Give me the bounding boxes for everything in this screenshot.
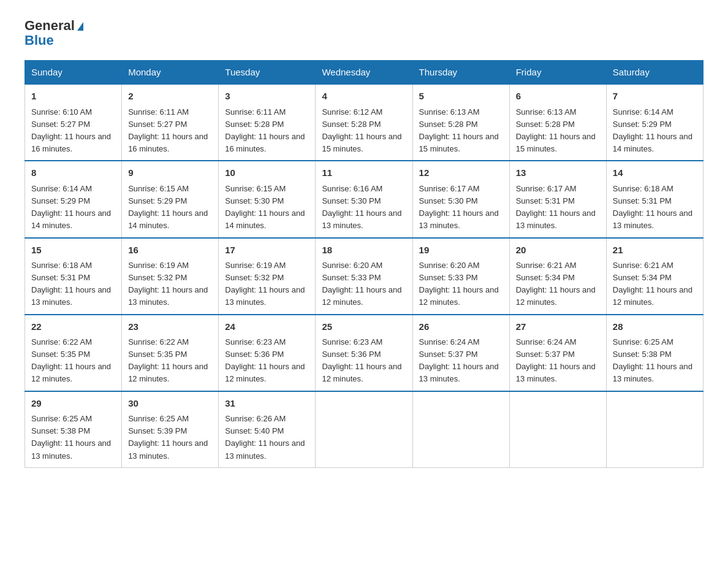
day-info: Sunrise: 6:23 AMSunset: 5:36 PMDaylight:…	[225, 336, 309, 386]
calendar-day-cell	[412, 391, 509, 468]
calendar-day-cell: 22Sunrise: 6:22 AMSunset: 5:35 PMDayligh…	[25, 315, 122, 391]
calendar-day-cell: 11Sunrise: 6:16 AMSunset: 5:30 PMDayligh…	[316, 161, 412, 237]
day-number: 2	[128, 90, 212, 104]
calendar-day-cell: 26Sunrise: 6:24 AMSunset: 5:37 PMDayligh…	[412, 315, 509, 391]
day-number: 28	[613, 320, 697, 334]
day-number: 15	[31, 243, 115, 258]
calendar-header-row: SundayMondayTuesdayWednesdayThursdayFrid…	[25, 61, 703, 85]
day-info: Sunrise: 6:24 AMSunset: 5:37 PMDaylight:…	[419, 336, 503, 386]
day-number: 31	[225, 397, 309, 411]
day-info: Sunrise: 6:21 AMSunset: 5:34 PMDaylight:…	[516, 259, 600, 309]
day-number: 17	[225, 243, 309, 258]
day-info: Sunrise: 6:16 AMSunset: 5:30 PMDaylight:…	[322, 183, 406, 232]
day-of-week-header: Thursday	[412, 61, 509, 85]
calendar-day-cell: 20Sunrise: 6:21 AMSunset: 5:34 PMDayligh…	[509, 238, 606, 315]
day-info: Sunrise: 6:26 AMSunset: 5:40 PMDaylight:…	[225, 413, 309, 462]
logo: General Blue	[25, 18, 83, 48]
day-info: Sunrise: 6:11 AMSunset: 5:28 PMDaylight:…	[225, 106, 309, 156]
day-number: 26	[419, 320, 503, 334]
day-info: Sunrise: 6:22 AMSunset: 5:35 PMDaylight:…	[128, 336, 212, 386]
calendar-day-cell: 1Sunrise: 6:10 AMSunset: 5:27 PMDaylight…	[25, 84, 122, 161]
calendar-day-cell: 23Sunrise: 6:22 AMSunset: 5:35 PMDayligh…	[122, 315, 219, 391]
calendar-week-row: 8Sunrise: 6:14 AMSunset: 5:29 PMDaylight…	[25, 161, 703, 237]
calendar-week-row: 1Sunrise: 6:10 AMSunset: 5:27 PMDaylight…	[25, 84, 703, 161]
calendar-day-cell: 30Sunrise: 6:25 AMSunset: 5:39 PMDayligh…	[122, 391, 219, 468]
day-info: Sunrise: 6:25 AMSunset: 5:38 PMDaylight:…	[613, 336, 697, 386]
day-info: Sunrise: 6:13 AMSunset: 5:28 PMDaylight:…	[419, 106, 503, 156]
calendar-day-cell: 18Sunrise: 6:20 AMSunset: 5:33 PMDayligh…	[316, 238, 412, 315]
calendar-day-cell: 15Sunrise: 6:18 AMSunset: 5:31 PMDayligh…	[25, 238, 122, 315]
day-info: Sunrise: 6:13 AMSunset: 5:28 PMDaylight:…	[516, 106, 600, 156]
calendar-day-cell: 9Sunrise: 6:15 AMSunset: 5:29 PMDaylight…	[122, 161, 219, 237]
day-of-week-header: Monday	[122, 61, 219, 85]
day-of-week-header: Saturday	[606, 61, 703, 85]
day-number: 18	[322, 243, 406, 258]
day-number: 1	[31, 90, 115, 104]
day-number: 7	[613, 90, 697, 104]
page-header: General Blue	[25, 18, 703, 48]
day-info: Sunrise: 6:20 AMSunset: 5:33 PMDaylight:…	[419, 259, 503, 309]
day-number: 5	[419, 90, 503, 104]
calendar-day-cell: 16Sunrise: 6:19 AMSunset: 5:32 PMDayligh…	[122, 238, 219, 315]
logo-triangle-icon	[77, 22, 83, 31]
day-number: 25	[322, 320, 406, 334]
calendar-day-cell	[509, 391, 606, 468]
day-info: Sunrise: 6:19 AMSunset: 5:32 PMDaylight:…	[128, 259, 212, 309]
calendar-day-cell: 25Sunrise: 6:23 AMSunset: 5:36 PMDayligh…	[316, 315, 412, 391]
day-number: 10	[225, 166, 309, 180]
day-number: 13	[516, 166, 600, 180]
day-number: 24	[225, 320, 309, 334]
calendar-day-cell: 10Sunrise: 6:15 AMSunset: 5:30 PMDayligh…	[219, 161, 316, 237]
day-info: Sunrise: 6:24 AMSunset: 5:37 PMDaylight:…	[516, 336, 600, 386]
calendar-day-cell	[606, 391, 703, 468]
day-number: 6	[516, 90, 600, 104]
calendar-day-cell: 31Sunrise: 6:26 AMSunset: 5:40 PMDayligh…	[219, 391, 316, 468]
calendar-week-row: 22Sunrise: 6:22 AMSunset: 5:35 PMDayligh…	[25, 315, 703, 391]
calendar-day-cell: 8Sunrise: 6:14 AMSunset: 5:29 PMDaylight…	[25, 161, 122, 237]
calendar-day-cell: 21Sunrise: 6:21 AMSunset: 5:34 PMDayligh…	[606, 238, 703, 315]
day-info: Sunrise: 6:15 AMSunset: 5:30 PMDaylight:…	[225, 183, 309, 232]
calendar-day-cell: 5Sunrise: 6:13 AMSunset: 5:28 PMDaylight…	[412, 84, 509, 161]
day-info: Sunrise: 6:12 AMSunset: 5:28 PMDaylight:…	[322, 106, 406, 156]
calendar-day-cell: 14Sunrise: 6:18 AMSunset: 5:31 PMDayligh…	[606, 161, 703, 237]
day-number: 20	[516, 243, 600, 258]
day-number: 16	[128, 243, 212, 258]
day-info: Sunrise: 6:18 AMSunset: 5:31 PMDaylight:…	[31, 259, 115, 309]
day-info: Sunrise: 6:23 AMSunset: 5:36 PMDaylight:…	[322, 336, 406, 386]
day-of-week-header: Tuesday	[219, 61, 316, 85]
calendar-day-cell: 24Sunrise: 6:23 AMSunset: 5:36 PMDayligh…	[219, 315, 316, 391]
day-number: 3	[225, 90, 309, 104]
day-number: 22	[31, 320, 115, 334]
calendar-day-cell: 27Sunrise: 6:24 AMSunset: 5:37 PMDayligh…	[509, 315, 606, 391]
calendar-day-cell: 28Sunrise: 6:25 AMSunset: 5:38 PMDayligh…	[606, 315, 703, 391]
day-number: 27	[516, 320, 600, 334]
calendar-table: SundayMondayTuesdayWednesdayThursdayFrid…	[25, 60, 703, 467]
day-number: 9	[128, 166, 212, 180]
day-info: Sunrise: 6:14 AMSunset: 5:29 PMDaylight:…	[31, 183, 115, 232]
day-of-week-header: Friday	[509, 61, 606, 85]
day-info: Sunrise: 6:17 AMSunset: 5:30 PMDaylight:…	[419, 183, 503, 232]
calendar-day-cell: 3Sunrise: 6:11 AMSunset: 5:28 PMDaylight…	[219, 84, 316, 161]
day-of-week-header: Wednesday	[316, 61, 412, 85]
day-number: 19	[419, 243, 503, 258]
calendar-day-cell	[316, 391, 412, 468]
calendar-week-row: 29Sunrise: 6:25 AMSunset: 5:38 PMDayligh…	[25, 391, 703, 468]
day-info: Sunrise: 6:11 AMSunset: 5:27 PMDaylight:…	[128, 106, 212, 156]
logo-blue-text: Blue	[25, 33, 83, 48]
calendar-week-row: 15Sunrise: 6:18 AMSunset: 5:31 PMDayligh…	[25, 238, 703, 315]
day-info: Sunrise: 6:25 AMSunset: 5:38 PMDaylight:…	[31, 413, 115, 462]
calendar-day-cell: 7Sunrise: 6:14 AMSunset: 5:29 PMDaylight…	[606, 84, 703, 161]
day-info: Sunrise: 6:25 AMSunset: 5:39 PMDaylight:…	[128, 413, 212, 462]
day-info: Sunrise: 6:20 AMSunset: 5:33 PMDaylight:…	[322, 259, 406, 309]
day-info: Sunrise: 6:15 AMSunset: 5:29 PMDaylight:…	[128, 183, 212, 232]
day-of-week-header: Sunday	[25, 61, 122, 85]
day-number: 11	[322, 166, 406, 180]
day-info: Sunrise: 6:18 AMSunset: 5:31 PMDaylight:…	[613, 183, 697, 232]
calendar-day-cell: 17Sunrise: 6:19 AMSunset: 5:32 PMDayligh…	[219, 238, 316, 315]
day-number: 14	[613, 166, 697, 180]
day-info: Sunrise: 6:21 AMSunset: 5:34 PMDaylight:…	[613, 259, 697, 309]
day-info: Sunrise: 6:22 AMSunset: 5:35 PMDaylight:…	[31, 336, 115, 386]
day-number: 4	[322, 90, 406, 104]
calendar-day-cell: 4Sunrise: 6:12 AMSunset: 5:28 PMDaylight…	[316, 84, 412, 161]
calendar-day-cell: 12Sunrise: 6:17 AMSunset: 5:30 PMDayligh…	[412, 161, 509, 237]
